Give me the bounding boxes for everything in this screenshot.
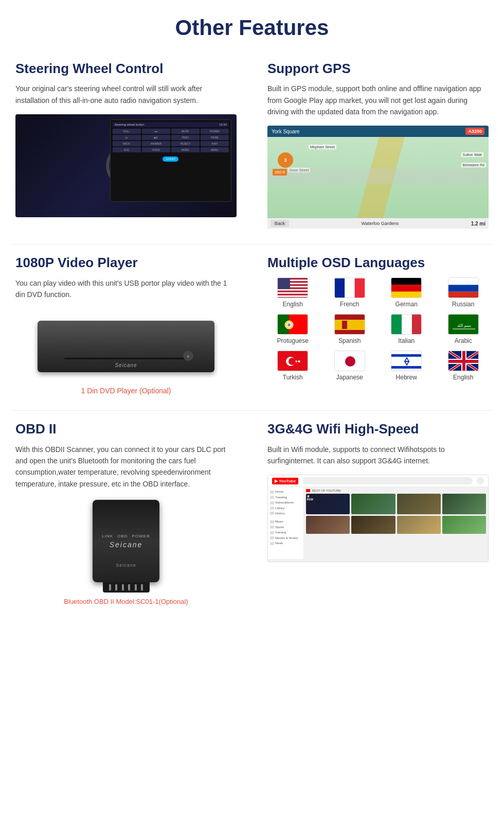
flag-it xyxy=(391,314,422,335)
lang-italian-label: Italian xyxy=(398,337,415,344)
gps-section: Support GPS Built in GPS module, support… xyxy=(252,50,504,244)
yt-video-b2[interactable] xyxy=(351,516,395,534)
yt-body: Home Trending Subscriptions Library Hist… xyxy=(268,487,488,559)
yt-sidebar-history[interactable]: History xyxy=(270,511,301,516)
lang-spanish: Spanish xyxy=(325,314,375,344)
gps-street2: Sutton Walk xyxy=(461,152,483,157)
steering-image: Steering wheel button 13:32 VOL+ ◂◂ MUTE… xyxy=(15,114,237,217)
yt-video-b1[interactable] xyxy=(306,516,350,534)
lang-english-label: English xyxy=(283,301,303,308)
svg-rect-23 xyxy=(354,278,364,298)
obd-footer: Bluetooth OBD II Model:SC01-1(Optional) xyxy=(64,598,188,605)
flag-es xyxy=(334,314,365,335)
steering-text: Your original car's steering wheel contr… xyxy=(15,83,237,106)
svg-rect-38 xyxy=(391,315,402,335)
video-section: 1080P Video Player You can play video wi… xyxy=(0,245,252,410)
gps-waterloo: Waterloo Gardens xyxy=(361,221,399,226)
flag-us xyxy=(277,277,308,298)
svg-rect-17 xyxy=(278,293,308,295)
lang-turkish-label: Turkish xyxy=(283,374,303,381)
svg-rect-25 xyxy=(391,285,422,291)
svg-rect-39 xyxy=(402,315,412,335)
yt-sidebar-music[interactable]: Music xyxy=(270,519,301,524)
svg-point-50 xyxy=(345,356,355,367)
gps-roundabout: 3 xyxy=(278,152,293,168)
svg-rect-18 xyxy=(278,295,308,297)
obd-text: With this OBDII Scanner, you can connect… xyxy=(15,444,237,490)
svg-rect-40 xyxy=(412,315,422,335)
yt-row-title-1: BEST OF YOUTUBE xyxy=(306,489,486,492)
flag-uk xyxy=(448,351,479,371)
svg-rect-66 xyxy=(448,360,479,363)
svg-rect-36 xyxy=(335,320,365,330)
obd-pin-3 xyxy=(122,584,124,590)
svg-point-34 xyxy=(287,323,291,326)
svg-rect-20 xyxy=(278,278,290,289)
flag-de xyxy=(391,277,422,298)
lang-japanese: Japanese xyxy=(325,351,375,381)
gps-image: York Square A3200 Mepham Street Sutton W… xyxy=(267,126,489,229)
dvd-label: 1 Din DVD Player (Optional) xyxy=(81,387,171,395)
yt-sidebar-subs[interactable]: Subscriptions xyxy=(270,500,301,505)
flag-ar: بسم الله xyxy=(448,314,479,335)
svg-rect-28 xyxy=(448,285,479,291)
yt-header: ▶ YouTube xyxy=(268,475,488,487)
steering-title: Steering Wheel Control xyxy=(15,61,237,77)
svg-rect-27 xyxy=(448,278,479,285)
svg-rect-52 xyxy=(391,354,422,357)
gps-location: York Square xyxy=(272,129,300,134)
yt-sidebar-movies[interactable]: Movies & Shows xyxy=(270,535,301,541)
lang-german-label: German xyxy=(395,301,418,308)
obd-device: LINKOBDPOWER Seicane Seicane xyxy=(93,500,159,582)
dvd-player-image: Seicane ▲ xyxy=(38,321,214,372)
obd-image: LINKOBDPOWER Seicane Seicane xyxy=(15,500,237,605)
wifi-image: ▶ YouTube Home Trending Subscriptions Li… xyxy=(267,475,489,562)
yt-sidebar-trending[interactable]: Trending xyxy=(270,495,301,500)
obd-pin-4 xyxy=(128,584,130,590)
languages-title: Multiple OSD Languages xyxy=(267,255,489,271)
yt-video-b4[interactable] xyxy=(442,516,486,534)
yt-logo: ▶ YouTube xyxy=(272,478,298,484)
lang-hebrew-label: Hebrew xyxy=(396,374,417,381)
gps-distance: 1.2 mi xyxy=(471,221,485,227)
svg-rect-26 xyxy=(391,291,422,298)
lang-italian: Italian xyxy=(381,314,432,344)
yt-search-bar xyxy=(302,477,473,484)
yt-video-1[interactable]: 夜BGM xyxy=(306,494,350,514)
yt-sidebar-library[interactable]: Library xyxy=(270,506,301,511)
lang-english-uk-label: English xyxy=(453,374,473,381)
yt-sidebar-home[interactable]: Home xyxy=(270,489,301,494)
yt-video-4[interactable] xyxy=(442,494,486,514)
lang-turkish: Turkish xyxy=(267,351,318,381)
obd-labels: LINKOBDPOWER xyxy=(102,534,150,538)
wifi-title: 3G&4G Wifi High-Speed xyxy=(267,421,489,437)
svg-text:بسم الله: بسم الله xyxy=(457,323,471,328)
lang-japanese-label: Japanese xyxy=(336,374,363,381)
wifi-section: 3G&4G Wifi High-Speed Built in Wifi modu… xyxy=(252,411,504,621)
yt-videos-row2 xyxy=(306,516,486,534)
lang-english: English xyxy=(267,277,318,308)
obd-pin-5 xyxy=(135,584,137,590)
lang-portuguese-label: Protuguese xyxy=(277,337,309,344)
flag-ru xyxy=(448,277,479,298)
yt-avatar xyxy=(477,477,484,484)
flag-il xyxy=(391,351,422,371)
obd-bottom-brand: Seicane xyxy=(116,563,136,568)
yt-sidebar: Home Trending Subscriptions Library Hist… xyxy=(268,487,304,559)
obd-pin-1 xyxy=(109,584,111,590)
svg-rect-14 xyxy=(278,289,308,290)
lang-french-label: French xyxy=(340,301,359,308)
yt-sidebar-news[interactable]: News xyxy=(270,541,301,546)
gps-back-btn[interactable]: Back xyxy=(271,220,289,227)
yt-sidebar-sports[interactable]: Sports xyxy=(270,525,301,530)
yt-video-b3[interactable] xyxy=(397,516,441,534)
yt-video-2[interactable] xyxy=(351,494,395,514)
page-title: Other Features xyxy=(0,0,504,50)
wifi-text: Built in Wifi module, supports to connec… xyxy=(267,444,489,467)
yt-sidebar-gaming[interactable]: Gaming xyxy=(270,530,301,535)
gps-text: Built in GPS module, support both online… xyxy=(267,83,489,117)
gps-street1: Mepham Street xyxy=(309,145,336,149)
languages-section: Multiple OSD Languages xyxy=(252,245,504,410)
yt-video-3[interactable] xyxy=(397,494,441,514)
svg-rect-15 xyxy=(278,290,308,292)
